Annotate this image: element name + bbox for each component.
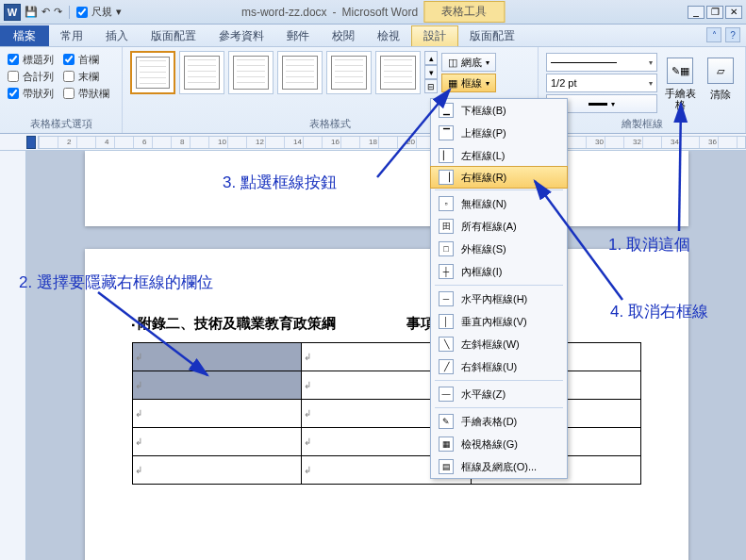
group-label-draw-borders: 繪製框線 bbox=[539, 117, 745, 131]
shading-label: 網底 bbox=[461, 56, 482, 70]
pen-weight-value: 1/2 pt bbox=[551, 77, 577, 89]
chk-banded-row[interactable] bbox=[8, 88, 19, 99]
style-thumb-3[interactable] bbox=[228, 51, 274, 94]
pen-style-preview bbox=[551, 62, 617, 63]
group-label-style-options: 表格樣式選項 bbox=[0, 117, 122, 131]
tab-home[interactable]: 常用 bbox=[49, 25, 94, 46]
style-thumb-2[interactable] bbox=[179, 51, 224, 94]
table-cell[interactable]: ↲ bbox=[132, 400, 302, 428]
border-menu-item[interactable]: ▤框線及網底(O)... bbox=[431, 455, 567, 478]
border-type-icon: │ bbox=[439, 314, 454, 329]
borders-button[interactable]: ▦框線▾ bbox=[441, 74, 496, 92]
help-icon[interactable]: ? bbox=[725, 27, 740, 42]
ruler-tick: 20 bbox=[406, 138, 415, 146]
border-type-icon: ┼ bbox=[439, 264, 454, 279]
file-tab[interactable]: 檔案 bbox=[0, 25, 49, 46]
ruler-tick: 2 bbox=[67, 138, 71, 146]
table-styles-gallery[interactable]: ▴ ▾ ⊟ ◫網底▾ ▦框線▾ bbox=[130, 51, 530, 94]
close-button[interactable]: ✕ bbox=[725, 6, 742, 19]
style-thumb-1[interactable] bbox=[130, 51, 175, 94]
tab-page-layout[interactable]: 版面配置 bbox=[140, 25, 207, 46]
qat-dropdown-icon[interactable]: ▾ bbox=[116, 6, 122, 18]
style-thumb-4[interactable] bbox=[277, 51, 323, 94]
style-thumb-6[interactable] bbox=[375, 51, 421, 94]
table-cell[interactable]: ↲ bbox=[132, 456, 302, 485]
tab-references[interactable]: 參考資料 bbox=[207, 25, 275, 46]
border-menu-item[interactable]: ▫無框線(N) bbox=[431, 192, 567, 215]
chk-header-row[interactable] bbox=[8, 54, 19, 65]
pen-weight-combo[interactable]: 1/2 pt▾ bbox=[546, 74, 657, 92]
chk-banded-col[interactable] bbox=[63, 88, 75, 99]
ruler-tick: 32 bbox=[633, 138, 641, 146]
qat-undo-icon[interactable]: ↶ bbox=[41, 6, 50, 18]
eraser-button[interactable]: ▱ 清除 bbox=[704, 51, 738, 117]
table-cell-selected[interactable]: ↲ bbox=[132, 343, 302, 371]
ruler-tick: 8 bbox=[180, 138, 184, 146]
eraser-label: 清除 bbox=[710, 88, 731, 102]
border-menu-item[interactable]: ▕右框線(R) bbox=[430, 166, 568, 189]
tab-insert[interactable]: 插入 bbox=[94, 25, 140, 46]
ribbon-tabs: 檔案 常用 插入 版面配置 參考資料 郵件 校閱 檢視 設計 版面配置 ˄ ? bbox=[0, 25, 746, 47]
minimize-ribbon-icon[interactable]: ˄ bbox=[706, 27, 721, 42]
border-menu-item[interactable]: ▏左框線(L) bbox=[431, 144, 567, 167]
menu-separator bbox=[435, 407, 563, 408]
border-menu-item[interactable]: ▁下框線(B) bbox=[431, 99, 567, 122]
border-menu-item[interactable]: ┼內框線(I) bbox=[431, 260, 567, 283]
tab-review[interactable]: 校閱 bbox=[321, 25, 366, 46]
current-page[interactable]: 附錄二、技術及職業教育政策綱 事項 ↲↲↲ ↲↲↲ ↲↲↲ ↲↲↲ ↲↲↲ bbox=[85, 249, 688, 560]
border-menu-item[interactable]: —水平線(Z) bbox=[431, 383, 567, 405]
tab-view[interactable]: 檢視 bbox=[366, 25, 411, 46]
label-banded-col: 帶狀欄 bbox=[78, 87, 109, 101]
table-cell-selected[interactable]: ↲ bbox=[132, 371, 302, 400]
ruler-tick: 36 bbox=[708, 138, 717, 146]
border-menu-item[interactable]: ╱右斜框線(U) bbox=[431, 355, 567, 378]
border-menu-item[interactable]: ▦檢視格線(G) bbox=[431, 433, 567, 455]
gallery-up-icon[interactable]: ▴ bbox=[424, 51, 438, 65]
ruler-checkbox[interactable] bbox=[76, 7, 88, 18]
menu-separator bbox=[435, 189, 563, 190]
border-type-icon: ▦ bbox=[439, 436, 454, 452]
label-last-col: 末欄 bbox=[78, 70, 99, 84]
minimize-button[interactable]: ⎯ bbox=[688, 6, 705, 19]
shading-button[interactable]: ◫網底▾ bbox=[441, 53, 496, 72]
vertical-ruler[interactable] bbox=[0, 151, 26, 560]
borders-label: 框線 bbox=[461, 76, 482, 91]
document-area: 附錄二、技術及職業教育政策綱 事項 ↲↲↲ ↲↲↲ ↲↲↲ ↲↲↲ ↲↲↲ bbox=[0, 151, 746, 560]
app-name: Microsoft Word bbox=[342, 6, 418, 19]
tab-table-layout[interactable]: 版面配置 bbox=[458, 25, 526, 46]
border-type-icon: ─ bbox=[439, 291, 454, 306]
qat-redo-icon[interactable]: ↷ bbox=[54, 6, 62, 18]
border-menu-item[interactable]: │垂直內框線(V) bbox=[431, 310, 567, 333]
ruler-tick: 14 bbox=[293, 138, 302, 146]
border-menu-item[interactable]: ╲左斜框線(W) bbox=[431, 333, 567, 355]
horizontal-ruler[interactable]: 24681012141618202224262830323436 bbox=[0, 134, 746, 151]
border-menu-item[interactable]: ✎手繪表格(D) bbox=[431, 410, 567, 433]
border-menu-item[interactable]: 田所有框線(A) bbox=[431, 215, 567, 238]
menu-item-label: 框線及網底(O)... bbox=[461, 460, 537, 474]
gallery-more-icon[interactable]: ⊟ bbox=[424, 79, 438, 93]
tab-table-design[interactable]: 設計 bbox=[411, 25, 458, 46]
gallery-down-icon[interactable]: ▾ bbox=[424, 65, 438, 79]
page-scroll[interactable]: 附錄二、技術及職業教育政策綱 事項 ↲↲↲ ↲↲↲ ↲↲↲ ↲↲↲ ↲↲↲ bbox=[26, 151, 746, 560]
ruler-tick: 34 bbox=[671, 138, 679, 146]
chk-last-col[interactable] bbox=[63, 71, 75, 82]
ruler-tick: 4 bbox=[105, 138, 108, 146]
ruler-selector-icon[interactable] bbox=[26, 136, 36, 149]
eraser-icon: ▱ bbox=[707, 58, 734, 84]
pen-style-combo[interactable]: ▾ bbox=[546, 53, 657, 72]
chk-total-row[interactable] bbox=[8, 71, 19, 82]
border-type-icon: ▏ bbox=[439, 148, 454, 163]
border-menu-item[interactable]: ▔上框線(P) bbox=[431, 122, 567, 144]
table-cell[interactable]: ↲ bbox=[132, 428, 302, 456]
style-thumb-5[interactable] bbox=[326, 51, 372, 94]
qat-save-icon[interactable]: 💾 bbox=[25, 6, 38, 18]
border-menu-item[interactable]: □外框線(S) bbox=[431, 238, 567, 260]
restore-button[interactable]: ❐ bbox=[706, 6, 723, 19]
draw-table-button[interactable]: ✎▦ 手繪表格 bbox=[663, 51, 698, 117]
border-menu-item[interactable]: ─水平內框線(H) bbox=[431, 288, 567, 310]
tab-mailings[interactable]: 郵件 bbox=[275, 25, 321, 46]
chk-first-col[interactable] bbox=[63, 54, 75, 65]
annotation-3: 3. 點選框線按鈕 bbox=[223, 172, 337, 193]
window-controls: ⎯ ❐ ✕ bbox=[688, 6, 742, 19]
label-header-row: 標題列 bbox=[23, 53, 54, 67]
